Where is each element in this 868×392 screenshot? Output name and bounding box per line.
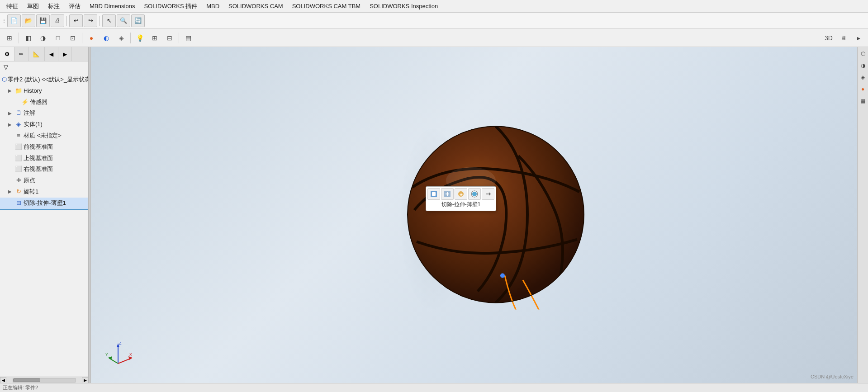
part-label: 零件2 (默认) <<默认>_显示状态-1> xyxy=(8,75,88,85)
menu-sw-inspection[interactable]: SOLIDWORKS Inspection xyxy=(365,1,442,11)
view-wireframe-btn[interactable]: □ xyxy=(51,31,65,45)
revolve1-label: 旋转1 xyxy=(24,187,38,197)
revolve1-icon: ↻ xyxy=(14,188,23,196)
tree-item-solid[interactable]: ▶ ◈ 实体(1) xyxy=(0,119,88,130)
sensor-icon: ⚡ xyxy=(21,98,29,106)
menu-features[interactable]: 特征 xyxy=(2,0,23,12)
menu-annotate[interactable]: 标注 xyxy=(43,0,64,12)
svg-rect-7 xyxy=(432,192,436,196)
view-more-btn[interactable]: ▸ xyxy=(852,31,865,45)
annotations-arrow: ▶ xyxy=(8,110,14,117)
view-toolbar: ⊞ ◧ ◑ □ ⊡ ● ◐ ◈ 💡 ⊞ ⊟ ▤ 3D 🖥 ▸ xyxy=(0,29,868,47)
menu-mbd[interactable]: MBD xyxy=(202,1,224,11)
material-label: 材质 <未指定> xyxy=(24,131,62,141)
right-icon-4[interactable]: ● xyxy=(858,84,868,94)
right-icon-5[interactable]: ▦ xyxy=(858,96,868,106)
tab-nav-right[interactable]: ▶ xyxy=(58,47,72,61)
menu-mbd-dimensions[interactable]: MBD Dimensions xyxy=(85,1,139,11)
tree-item-right-plane[interactable]: ⬜ 右视基准面 xyxy=(0,164,88,175)
ctx-smart-dim-btn[interactable]: ◈ xyxy=(455,188,467,200)
scroll-left-btn[interactable]: ◀ xyxy=(0,377,6,383)
view-scenes-btn[interactable]: ◈ xyxy=(114,31,128,45)
view-color-btn[interactable]: ● xyxy=(85,31,98,45)
menu-sw-plugins[interactable]: SOLIDWORKS 插件 xyxy=(139,0,202,12)
cut-extrude1-label: 切除-拉伸-薄壁1 xyxy=(24,198,66,208)
new-btn[interactable]: 📄 xyxy=(7,14,21,27)
status-bar: 正在编辑: 零件2 xyxy=(0,383,868,392)
feature-tree: ⬡ 零件2 (默认) <<默认>_显示状态-1> ▶ 📁 History ⚡ 传… xyxy=(0,73,88,377)
view-display-state-btn[interactable]: ▤ xyxy=(181,31,195,45)
tree-item-front-plane[interactable]: ⬜ 前视基准面 xyxy=(0,142,88,153)
view-hidden-btn[interactable]: ⊡ xyxy=(66,31,80,45)
save-btn[interactable]: 💾 xyxy=(36,14,50,27)
view-3d-btn[interactable]: 3D xyxy=(822,31,835,45)
tree-item-material[interactable]: ≡ 材质 <未指定> xyxy=(0,130,88,142)
scroll-thumb[interactable] xyxy=(13,378,40,382)
part-icon: ⬡ xyxy=(2,76,7,84)
ctx-parent-child-btn[interactable] xyxy=(482,188,494,200)
open-btn[interactable]: 📂 xyxy=(22,14,35,27)
context-toolbar-buttons: ◈ xyxy=(427,188,494,200)
zoom-btn[interactable]: 🔍 xyxy=(117,14,130,27)
view-shaded-btn[interactable]: ◑ xyxy=(36,31,50,45)
tree-item-revolve1[interactable]: ▶ ↻ 旋转1 xyxy=(0,186,88,198)
annotation-icon: 🗒 xyxy=(14,109,23,118)
view-display-btn[interactable]: ◧ xyxy=(21,31,35,45)
left-panel-tabs: ⚙ ✏ 📐 ◀ ▶ xyxy=(0,47,88,61)
menu-bar: 特征 草图 标注 评估 MBD Dimensions SOLIDWORKS 插件… xyxy=(0,0,868,13)
right-plane-label: 右视基准面 xyxy=(24,165,53,174)
ctx-edit-feature-btn[interactable] xyxy=(427,188,440,200)
watermark: CSDN @UestcXiye xyxy=(811,374,854,379)
solid-icon: ◈ xyxy=(14,121,23,129)
tab-mbd[interactable]: 📐 xyxy=(28,47,45,61)
undo-btn[interactable]: ↩ xyxy=(69,14,83,27)
tree-item-annotations[interactable]: ▶ 🗒 注解 xyxy=(0,108,88,119)
menu-sw-cam[interactable]: SOLIDWORKS CAM xyxy=(224,1,288,11)
rotate-btn[interactable]: 🔄 xyxy=(131,14,145,27)
menu-sketch[interactable]: 草图 xyxy=(23,0,43,12)
redo-btn[interactable]: ↪ xyxy=(84,14,97,27)
right-icon-3[interactable]: ◈ xyxy=(858,72,868,82)
annotations-label: 注解 xyxy=(24,109,35,118)
ctx-appearance-btn[interactable] xyxy=(468,188,481,200)
scroll-right-btn[interactable]: ▶ xyxy=(82,377,88,383)
right-icon-1[interactable]: ⬡ xyxy=(858,49,868,59)
view-section-btn[interactable]: ⊟ xyxy=(163,31,176,45)
view-appearance-btn[interactable]: ◐ xyxy=(100,31,113,45)
history-arrow: ▶ xyxy=(8,87,14,94)
canvas-area[interactable]: ◈ 切除-拉伸-薄壁1 xyxy=(91,47,857,383)
tree-item-history[interactable]: ▶ 📁 History xyxy=(0,85,88,97)
tab-nav-left[interactable]: ◀ xyxy=(45,47,58,61)
svg-text:Z: Z xyxy=(119,341,122,345)
tab-features[interactable]: ⚙ xyxy=(0,47,14,61)
view-orient-btn[interactable]: ⊞ xyxy=(3,31,16,45)
right-icon-2[interactable]: ◑ xyxy=(858,61,868,71)
main-toolbar: ⋮ 📄 📂 💾 🖨 ↩ ↪ ↖ 🔍 🔄 xyxy=(0,13,868,29)
filter-icon[interactable]: ▽ xyxy=(2,63,10,71)
tree-scrollbar: ◀ ▶ xyxy=(0,377,88,383)
ctx-edit-sketch-btn[interactable] xyxy=(441,188,454,200)
status-text: 正在编辑: 零件2 xyxy=(3,384,38,391)
tree-item-top-plane[interactable]: ⬜ 上视基准面 xyxy=(0,153,88,164)
origin-icon: ✚ xyxy=(14,177,23,185)
tree-item-cut-extrude1[interactable]: ⊟ 切除-拉伸-薄壁1 xyxy=(0,198,88,210)
select-btn[interactable]: ↖ xyxy=(102,14,116,27)
view-lights-btn[interactable]: 💡 xyxy=(133,31,147,45)
svg-point-4 xyxy=(500,273,505,278)
tab-sketch[interactable]: ✏ xyxy=(14,47,28,61)
menu-evaluate[interactable]: 评估 xyxy=(64,0,85,12)
menu-sw-cam-tbm[interactable]: SOLIDWORKS CAM TBM xyxy=(288,1,365,11)
view-monitor-btn[interactable]: 🖥 xyxy=(837,31,850,45)
tree-item-sensors[interactable]: ⚡ 传感器 xyxy=(0,97,88,108)
context-toolbar: ◈ 切除-拉伸-薄壁1 xyxy=(426,186,496,211)
3d-model xyxy=(387,119,604,311)
svg-point-14 xyxy=(472,192,477,196)
view-camera-btn[interactable]: ⊞ xyxy=(148,31,161,45)
tree-item-origin[interactable]: ✚ 原点 xyxy=(0,175,88,186)
tree-item-root[interactable]: ⬡ 零件2 (默认) <<默认>_显示状态-1> xyxy=(0,74,88,85)
solid-label: 实体(1) xyxy=(24,120,43,129)
print-btn[interactable]: 🖨 xyxy=(51,14,64,27)
scroll-track[interactable] xyxy=(13,378,76,383)
revolve1-arrow: ▶ xyxy=(8,188,14,195)
left-panel-toolbar: ▽ xyxy=(0,61,88,73)
